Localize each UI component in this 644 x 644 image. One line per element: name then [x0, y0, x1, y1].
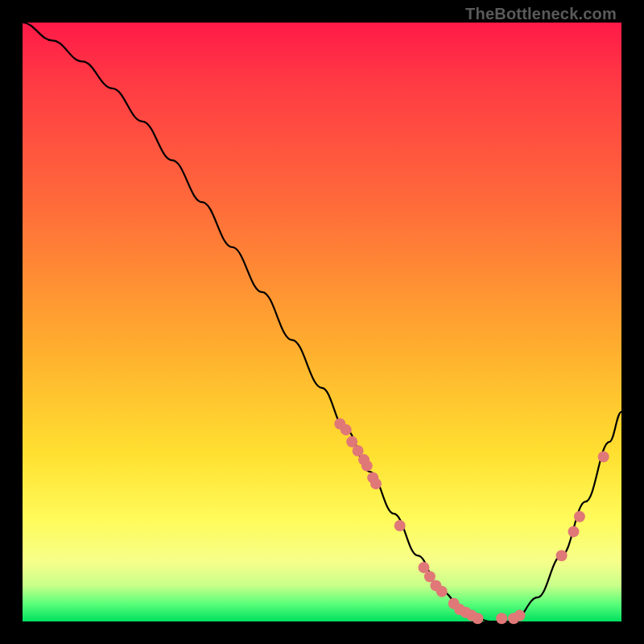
data-point	[394, 520, 406, 531]
data-point	[436, 586, 448, 597]
chart-svg	[23, 23, 621, 621]
chart-plot-area	[23, 23, 621, 621]
data-point	[574, 511, 585, 522]
data-point	[341, 424, 352, 436]
data-point	[568, 526, 580, 537]
data-point	[472, 613, 483, 624]
data-point	[496, 613, 507, 624]
data-point	[598, 451, 609, 462]
data-point	[361, 460, 373, 472]
data-points-group	[334, 419, 609, 625]
attribution-text: TheBottleneck.com	[465, 5, 617, 23]
data-point	[556, 550, 568, 561]
bottleneck-curve	[23, 23, 621, 621]
data-point	[370, 478, 382, 489]
data-point	[514, 610, 526, 621]
